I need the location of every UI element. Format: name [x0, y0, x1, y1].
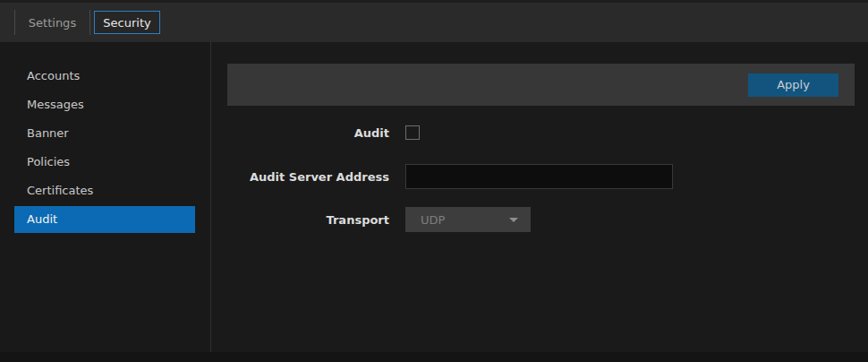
- action-toolbar: Apply: [227, 64, 855, 106]
- top-tab-bar: Settings Security: [0, 0, 868, 42]
- security-sidebar: Accounts Messages Banner Policies Certif…: [0, 42, 211, 352]
- sidebar-item-accounts[interactable]: Accounts: [14, 63, 195, 90]
- transport-select[interactable]: UDP: [405, 207, 531, 232]
- sidebar-item-audit[interactable]: Audit: [14, 206, 195, 233]
- tab-separator: [89, 10, 90, 35]
- chevron-down-icon: [509, 218, 518, 222]
- audit-server-address-input[interactable]: [405, 164, 673, 189]
- sidebar-item-messages[interactable]: Messages: [14, 91, 195, 118]
- sidebar-item-certificates[interactable]: Certificates: [14, 177, 195, 204]
- audit-server-address-label: Audit Server Address: [227, 170, 389, 184]
- transport-label: Transport: [227, 213, 389, 227]
- audit-server-row: Audit Server Address: [227, 164, 855, 189]
- sidebar-item-policies[interactable]: Policies: [14, 149, 195, 176]
- main-area: Accounts Messages Banner Policies Certif…: [0, 42, 868, 352]
- transport-row: Transport UDP: [227, 207, 855, 232]
- audit-enable-row: Audit: [227, 125, 855, 140]
- sidebar-item-banner[interactable]: Banner: [14, 120, 195, 147]
- apply-button[interactable]: Apply: [748, 73, 838, 97]
- tab-settings[interactable]: Settings: [15, 11, 89, 34]
- audit-checkbox[interactable]: [405, 125, 420, 140]
- bottom-bar: [0, 352, 868, 362]
- tab-security[interactable]: Security: [94, 11, 160, 34]
- transport-selected-value: UDP: [421, 213, 445, 227]
- audit-settings-panel: Apply Audit Audit Server Address Transpo…: [211, 42, 868, 352]
- audit-checkbox-label: Audit: [227, 126, 389, 140]
